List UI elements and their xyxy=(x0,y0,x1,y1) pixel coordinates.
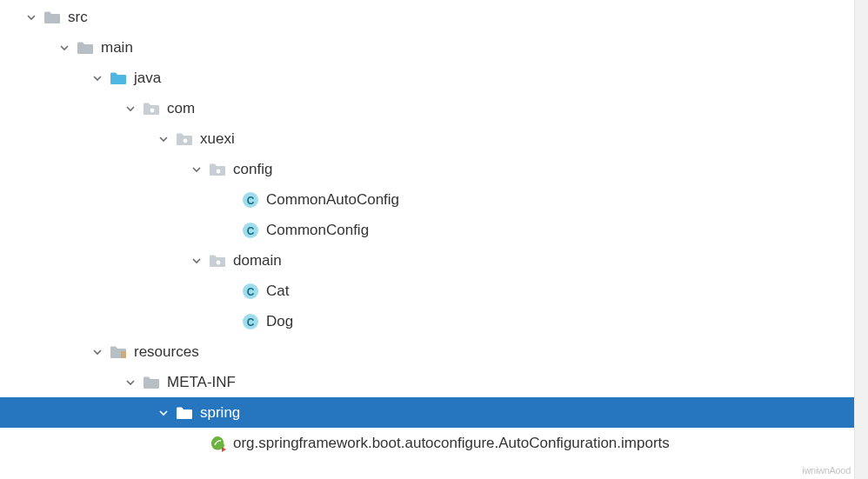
tree-node-label: Cat xyxy=(266,276,289,306)
chevron-down-icon[interactable] xyxy=(90,71,104,85)
svg-marker-15 xyxy=(222,447,226,452)
tree-row-dog[interactable]: C Dog xyxy=(0,306,868,336)
tree-node-label: domain xyxy=(233,245,282,276)
chevron-down-icon[interactable] xyxy=(124,376,137,389)
folder-gray-icon xyxy=(176,404,193,422)
tree-row-main[interactable]: main xyxy=(0,32,868,63)
class-icon: C xyxy=(242,222,259,239)
class-icon: C xyxy=(242,313,259,330)
tree-row-cat[interactable]: C Cat xyxy=(0,276,868,306)
class-icon: C xyxy=(242,283,259,300)
package-icon xyxy=(176,130,193,148)
svg-point-0 xyxy=(150,108,155,112)
resources-icon xyxy=(110,343,127,361)
chevron-down-icon[interactable] xyxy=(190,254,204,268)
tree-node-label: config xyxy=(233,154,272,184)
folder-blue-icon xyxy=(110,70,127,87)
tree-row-meta-inf[interactable]: META-INF xyxy=(0,367,868,397)
tree-row-spring[interactable]: spring xyxy=(0,397,868,428)
tree-node-label: spring xyxy=(200,397,240,428)
tree-row-domain[interactable]: domain xyxy=(0,245,868,276)
chevron-down-icon[interactable] xyxy=(190,163,204,176)
package-icon xyxy=(143,100,160,117)
tree-row-config[interactable]: config xyxy=(0,154,868,184)
svg-text:C: C xyxy=(247,285,255,297)
watermark: iwniwnAood xyxy=(802,465,851,476)
spring-file-icon xyxy=(209,435,226,452)
vertical-scrollbar[interactable] xyxy=(854,0,868,479)
svg-point-7 xyxy=(217,260,221,264)
tree-row-src[interactable]: src xyxy=(0,2,868,32)
chevron-down-icon[interactable] xyxy=(57,41,71,55)
tree-node-label: org.springframework.boot.autoconfigure.A… xyxy=(233,428,670,458)
package-icon xyxy=(209,161,226,178)
project-tree[interactable]: src main java com xuexi config C CommonA… xyxy=(0,0,868,458)
tree-node-label: resources xyxy=(134,336,199,367)
tree-node-label: main xyxy=(101,32,133,63)
chevron-down-icon[interactable] xyxy=(90,345,104,359)
tree-row-xuexi[interactable]: xuexi xyxy=(0,123,868,154)
chevron-down-icon[interactable] xyxy=(157,406,170,420)
tree-row-common-auto[interactable]: C CommonAutoConfig xyxy=(0,184,868,215)
chevron-down-icon[interactable] xyxy=(24,10,38,24)
tree-row-resources[interactable]: resources xyxy=(0,336,868,367)
tree-node-label: xuexi xyxy=(200,123,235,154)
tree-row-imports[interactable]: org.springframework.boot.autoconfigure.A… xyxy=(0,428,868,458)
svg-rect-14 xyxy=(124,351,126,358)
tree-node-label: java xyxy=(134,63,161,93)
tree-row-java[interactable]: java xyxy=(0,63,868,93)
svg-text:C: C xyxy=(247,194,255,206)
tree-node-label: com xyxy=(167,93,195,123)
tree-node-label: CommonAutoConfig xyxy=(266,184,399,215)
tree-node-label: src xyxy=(68,2,88,32)
folder-gray-icon xyxy=(77,39,94,57)
tree-node-label: Dog xyxy=(266,306,293,336)
class-icon: C xyxy=(242,191,259,209)
folder-gray-icon xyxy=(43,9,61,26)
svg-rect-12 xyxy=(121,351,123,358)
package-icon xyxy=(209,252,226,269)
svg-point-1 xyxy=(184,138,188,143)
svg-text:C: C xyxy=(247,224,255,236)
tree-node-label: META-INF xyxy=(167,367,236,397)
svg-text:C: C xyxy=(247,316,255,328)
folder-gray-icon xyxy=(143,374,160,391)
tree-node-label: CommonConfig xyxy=(266,215,369,245)
chevron-down-icon[interactable] xyxy=(157,132,170,146)
tree-row-common-cfg[interactable]: C CommonConfig xyxy=(0,215,868,245)
tree-row-com[interactable]: com xyxy=(0,93,868,123)
chevron-down-icon[interactable] xyxy=(124,102,137,116)
svg-point-2 xyxy=(217,169,221,173)
svg-rect-13 xyxy=(123,351,124,358)
